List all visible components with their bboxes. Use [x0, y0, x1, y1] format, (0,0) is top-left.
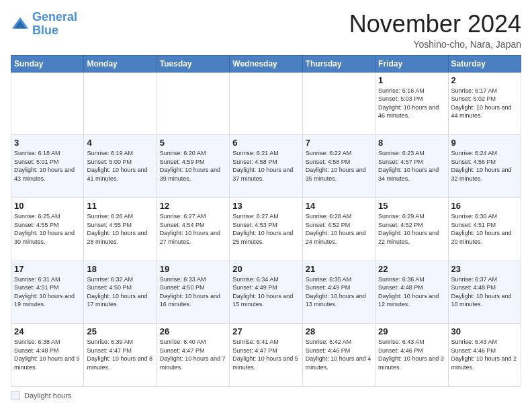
legend-box	[11, 391, 20, 400]
day-info: Sunrise: 6:24 AMSunset: 4:56 PMDaylight:…	[451, 149, 518, 183]
week-row-4: 24Sunrise: 6:38 AMSunset: 4:48 PMDayligh…	[11, 324, 521, 387]
day-info: Sunrise: 6:42 AMSunset: 4:46 PMDaylight:…	[306, 338, 372, 371]
col-header-friday: Friday	[375, 55, 448, 72]
day-number: 18	[87, 264, 153, 274]
month-title: November 2024	[349, 11, 521, 38]
day-number: 12	[160, 201, 226, 211]
week-row-3: 17Sunrise: 6:31 AMSunset: 4:51 PMDayligh…	[11, 261, 521, 324]
calendar-cell: 25Sunrise: 6:39 AMSunset: 4:47 PMDayligh…	[84, 324, 157, 387]
location: Yoshino-cho, Nara, Japan	[349, 39, 521, 50]
calendar-cell: 18Sunrise: 6:32 AMSunset: 4:50 PMDayligh…	[84, 261, 157, 324]
legend: Daylight hours	[11, 391, 521, 400]
calendar-cell	[84, 72, 157, 135]
day-info: Sunrise: 6:28 AMSunset: 4:52 PMDaylight:…	[306, 212, 372, 246]
day-number: 15	[378, 201, 445, 211]
calendar-cell: 4Sunrise: 6:19 AMSunset: 5:00 PMDaylight…	[84, 135, 157, 198]
calendar-cell: 9Sunrise: 6:24 AMSunset: 4:56 PMDaylight…	[448, 135, 521, 198]
calendar-cell: 5Sunrise: 6:20 AMSunset: 4:59 PMDaylight…	[157, 135, 229, 198]
day-number: 28	[306, 326, 372, 336]
calendar-cell	[11, 72, 84, 135]
day-number: 21	[306, 264, 372, 274]
day-info: Sunrise: 6:25 AMSunset: 4:55 PMDaylight:…	[14, 212, 81, 246]
header: General Blue November 2024 Yoshino-cho, …	[11, 11, 521, 50]
day-number: 10	[14, 201, 81, 211]
calendar-cell: 17Sunrise: 6:31 AMSunset: 4:51 PMDayligh…	[11, 261, 84, 324]
logo-text: General Blue	[32, 11, 77, 38]
day-number: 13	[232, 201, 299, 211]
day-info: Sunrise: 6:43 AMSunset: 4:46 PMDaylight:…	[378, 338, 445, 371]
day-info: Sunrise: 6:23 AMSunset: 4:57 PMDaylight:…	[378, 149, 445, 183]
day-info: Sunrise: 6:39 AMSunset: 4:47 PMDaylight:…	[87, 338, 153, 371]
col-header-wednesday: Wednesday	[230, 55, 302, 72]
day-info: Sunrise: 6:29 AMSunset: 4:52 PMDaylight:…	[378, 212, 445, 246]
day-info: Sunrise: 6:38 AMSunset: 4:48 PMDaylight:…	[14, 338, 81, 371]
day-info: Sunrise: 6:37 AMSunset: 4:48 PMDaylight:…	[451, 275, 518, 309]
day-number: 23	[451, 264, 518, 274]
day-info: Sunrise: 6:22 AMSunset: 4:58 PMDaylight:…	[306, 149, 372, 183]
day-number: 5	[160, 138, 226, 148]
day-info: Sunrise: 6:26 AMSunset: 4:55 PMDaylight:…	[87, 212, 153, 246]
day-number: 20	[232, 264, 299, 274]
day-info: Sunrise: 6:16 AMSunset: 5:03 PMDaylight:…	[378, 87, 445, 120]
day-info: Sunrise: 6:27 AMSunset: 4:54 PMDaylight:…	[160, 212, 226, 246]
calendar-cell: 2Sunrise: 6:17 AMSunset: 5:02 PMDaylight…	[448, 72, 521, 135]
col-header-tuesday: Tuesday	[157, 55, 229, 72]
day-info: Sunrise: 6:35 AMSunset: 4:49 PMDaylight:…	[306, 275, 372, 309]
col-header-thursday: Thursday	[302, 55, 375, 72]
day-number: 19	[160, 264, 226, 274]
calendar-cell: 11Sunrise: 6:26 AMSunset: 4:55 PMDayligh…	[84, 197, 157, 261]
calendar-cell: 12Sunrise: 6:27 AMSunset: 4:54 PMDayligh…	[157, 197, 229, 261]
legend-label: Daylight hours	[24, 392, 71, 400]
calendar-cell: 23Sunrise: 6:37 AMSunset: 4:48 PMDayligh…	[448, 261, 521, 324]
calendar-cell: 29Sunrise: 6:43 AMSunset: 4:46 PMDayligh…	[375, 324, 448, 387]
title-block: November 2024 Yoshino-cho, Nara, Japan	[349, 11, 521, 50]
week-row-0: 1Sunrise: 6:16 AMSunset: 5:03 PMDaylight…	[11, 72, 521, 135]
day-info: Sunrise: 6:36 AMSunset: 4:48 PMDaylight:…	[378, 275, 445, 309]
calendar-cell: 6Sunrise: 6:21 AMSunset: 4:58 PMDaylight…	[230, 135, 302, 198]
day-info: Sunrise: 6:27 AMSunset: 4:53 PMDaylight:…	[232, 212, 299, 246]
calendar-cell	[230, 72, 302, 135]
day-number: 27	[232, 326, 299, 336]
calendar-cell: 26Sunrise: 6:40 AMSunset: 4:47 PMDayligh…	[157, 324, 229, 387]
calendar-cell	[302, 72, 375, 135]
calendar-cell	[157, 72, 229, 135]
day-info: Sunrise: 6:31 AMSunset: 4:51 PMDaylight:…	[14, 275, 81, 309]
calendar-cell: 27Sunrise: 6:41 AMSunset: 4:47 PMDayligh…	[230, 324, 302, 387]
logo-icon	[11, 15, 30, 34]
calendar-cell: 19Sunrise: 6:33 AMSunset: 4:50 PMDayligh…	[157, 261, 229, 324]
day-number: 17	[14, 264, 81, 274]
calendar-table: SundayMondayTuesdayWednesdayThursdayFrid…	[11, 55, 521, 387]
day-number: 1	[378, 75, 445, 85]
day-info: Sunrise: 6:33 AMSunset: 4:50 PMDaylight:…	[160, 275, 226, 309]
calendar-cell: 22Sunrise: 6:36 AMSunset: 4:48 PMDayligh…	[375, 261, 448, 324]
day-info: Sunrise: 6:40 AMSunset: 4:47 PMDaylight:…	[160, 338, 226, 371]
calendar-cell: 16Sunrise: 6:30 AMSunset: 4:51 PMDayligh…	[448, 197, 521, 261]
calendar-cell: 10Sunrise: 6:25 AMSunset: 4:55 PMDayligh…	[11, 197, 84, 261]
calendar-cell: 24Sunrise: 6:38 AMSunset: 4:48 PMDayligh…	[11, 324, 84, 387]
calendar-cell: 1Sunrise: 6:16 AMSunset: 5:03 PMDaylight…	[375, 72, 448, 135]
calendar-cell: 3Sunrise: 6:18 AMSunset: 5:01 PMDaylight…	[11, 135, 84, 198]
day-number: 7	[306, 138, 372, 148]
day-number: 25	[87, 326, 153, 336]
day-number: 3	[14, 138, 81, 148]
calendar-cell: 28Sunrise: 6:42 AMSunset: 4:46 PMDayligh…	[302, 324, 375, 387]
week-row-2: 10Sunrise: 6:25 AMSunset: 4:55 PMDayligh…	[11, 197, 521, 261]
calendar-cell: 14Sunrise: 6:28 AMSunset: 4:52 PMDayligh…	[302, 197, 375, 261]
day-number: 2	[451, 75, 518, 85]
day-number: 30	[451, 326, 518, 336]
day-number: 4	[87, 138, 153, 148]
day-number: 11	[87, 201, 153, 211]
day-info: Sunrise: 6:43 AMSunset: 4:46 PMDaylight:…	[451, 338, 518, 371]
page: General Blue November 2024 Yoshino-cho, …	[0, 0, 532, 411]
logo: General Blue	[11, 11, 77, 38]
day-number: 6	[232, 138, 299, 148]
calendar-cell: 8Sunrise: 6:23 AMSunset: 4:57 PMDaylight…	[375, 135, 448, 198]
col-header-saturday: Saturday	[448, 55, 521, 72]
calendar-cell: 15Sunrise: 6:29 AMSunset: 4:52 PMDayligh…	[375, 197, 448, 261]
day-number: 22	[378, 264, 445, 274]
calendar-cell: 13Sunrise: 6:27 AMSunset: 4:53 PMDayligh…	[230, 197, 302, 261]
day-number: 26	[160, 326, 226, 336]
day-info: Sunrise: 6:41 AMSunset: 4:47 PMDaylight:…	[232, 338, 299, 371]
col-header-monday: Monday	[84, 55, 157, 72]
calendar-cell: 20Sunrise: 6:34 AMSunset: 4:49 PMDayligh…	[230, 261, 302, 324]
